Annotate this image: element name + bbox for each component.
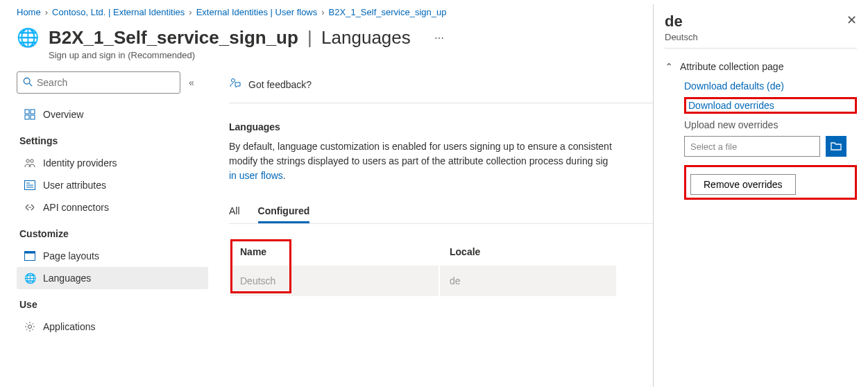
- sidebar-item-label: User attributes: [43, 180, 106, 191]
- feedback-icon: [229, 77, 241, 92]
- title-separator: |: [303, 27, 316, 48]
- languages-table: Name Locale Deutsch de: [229, 238, 618, 298]
- page-title: B2X_1_Self_service_sign_up | Languages: [49, 27, 411, 49]
- overview-icon: [24, 109, 36, 120]
- page-title-main: B2X_1_Self_service_sign_up: [49, 27, 298, 48]
- sidebar-item-api-connectors[interactable]: API connectors: [17, 196, 208, 218]
- chevron-right-icon: ›: [45, 7, 48, 17]
- download-defaults-link[interactable]: Download defaults (de): [684, 80, 857, 92]
- search-input-wrapper[interactable]: [17, 71, 180, 94]
- search-icon: [23, 77, 33, 89]
- sidebar-item-label: Languages: [43, 273, 91, 284]
- more-button[interactable]: ⋯: [434, 27, 444, 44]
- sidebar-item-page-layouts[interactable]: Page layouts: [17, 245, 208, 267]
- page-description: Sign up and sign in (Recommended): [49, 50, 411, 60]
- remove-overrides-button[interactable]: Remove overrides: [690, 174, 796, 195]
- accordion-label: Attribute collection page: [680, 61, 783, 72]
- svg-rect-13: [25, 252, 35, 254]
- svg-rect-5: [31, 115, 35, 119]
- svg-rect-4: [25, 115, 29, 119]
- globe-icon: 🌐: [17, 27, 39, 49]
- sidebar-item-overview[interactable]: Overview: [17, 103, 208, 126]
- breadcrumb-external-identities[interactable]: Contoso, Ltd. | External Identities: [52, 7, 185, 17]
- search-input[interactable]: [37, 77, 174, 88]
- upload-overrides-label: Upload new overrides: [684, 119, 857, 130]
- svg-point-7: [31, 160, 33, 162]
- browse-file-button[interactable]: [826, 136, 846, 157]
- breadcrumb-current[interactable]: B2X_1_Self_service_sign_up: [329, 7, 447, 17]
- breadcrumb-home[interactable]: Home: [17, 7, 41, 17]
- identity-icon: [24, 157, 36, 169]
- svg-point-14: [28, 325, 32, 329]
- chevron-right-icon: ›: [321, 7, 324, 17]
- sidebar-section-customize: Customize: [17, 218, 208, 245]
- sidebar-item-label: Page layouts: [43, 250, 99, 261]
- svg-line-1: [29, 83, 32, 86]
- sidebar-item-identity-providers[interactable]: Identity providers: [17, 152, 208, 174]
- api-icon: [24, 202, 36, 213]
- panel-subtitle: Deutsch: [665, 32, 698, 42]
- desc-text-2: modify the strings displayed to users as…: [229, 155, 608, 166]
- learn-more-link[interactable]: in user flows: [229, 170, 283, 181]
- sidebar-item-label: Overview: [43, 109, 83, 120]
- sidebar-item-languages[interactable]: 🌐 Languages: [17, 267, 208, 289]
- svg-rect-3: [31, 110, 35, 114]
- svg-rect-2: [25, 110, 29, 114]
- file-select-input[interactable]: Select a file: [684, 136, 820, 157]
- table-row[interactable]: Deutsch de: [230, 266, 616, 296]
- close-icon[interactable]: ✕: [846, 12, 857, 28]
- sidebar-item-label: Identity providers: [43, 157, 117, 169]
- desc-text-1: By default, language customization is en…: [229, 141, 612, 152]
- cell-locale: de: [440, 266, 616, 296]
- download-overrides-link[interactable]: Download overrides: [688, 100, 774, 111]
- tab-configured[interactable]: Configured: [258, 201, 310, 223]
- desc-suffix: .: [283, 170, 286, 181]
- feedback-label: Got feedback?: [248, 79, 312, 90]
- column-header-name[interactable]: Name: [230, 239, 439, 264]
- folder-icon: [831, 141, 842, 153]
- highlight-box-icon: Download overrides: [684, 97, 857, 114]
- svg-point-0: [24, 78, 30, 84]
- sidebar-item-label: Applications: [43, 321, 96, 332]
- chevron-right-icon: ›: [189, 7, 192, 17]
- svg-point-6: [26, 160, 29, 162]
- sidebar-item-applications[interactable]: Applications: [17, 316, 208, 338]
- collapse-sidebar-icon[interactable]: «: [189, 77, 194, 88]
- sidebar-section-settings: Settings: [17, 126, 208, 152]
- page-title-sub: Languages: [321, 27, 411, 48]
- highlight-box-icon: Remove overrides: [684, 165, 857, 200]
- svg-point-15: [232, 79, 235, 83]
- accordion-attribute-collection[interactable]: ⌄ Attribute collection page: [665, 61, 857, 72]
- attributes-icon: [24, 180, 36, 190]
- globe-small-icon: 🌐: [24, 273, 36, 284]
- column-header-locale[interactable]: Locale: [440, 239, 616, 264]
- side-panel: de Deutsch ✕ ⌄ Attribute collection page…: [653, 4, 868, 338]
- col-name-label: Name: [240, 246, 266, 257]
- layouts-icon: [24, 251, 36, 261]
- tab-all[interactable]: All: [229, 201, 240, 223]
- sidebar: « Overview Settings Identity providers U…: [0, 71, 208, 338]
- gear-icon: [24, 321, 36, 332]
- chevron-up-icon: ⌄: [665, 61, 673, 72]
- sidebar-section-use: Use: [17, 289, 208, 316]
- sidebar-item-label: API connectors: [43, 202, 109, 213]
- panel-title: de: [665, 12, 698, 31]
- cell-name: Deutsch: [230, 266, 439, 296]
- breadcrumb-user-flows[interactable]: External Identities | User flows: [196, 7, 318, 17]
- sidebar-item-user-attributes[interactable]: User attributes: [17, 174, 208, 196]
